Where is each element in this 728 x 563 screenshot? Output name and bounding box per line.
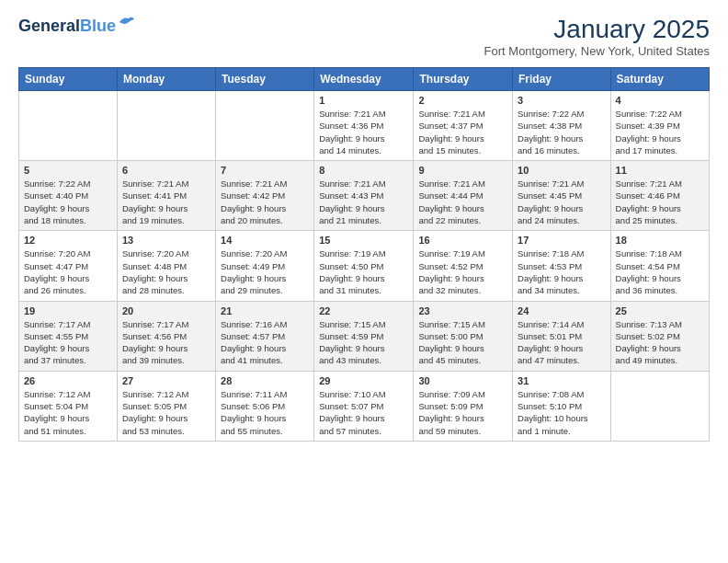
page: GeneralBlue January 2025 Fort Montgomery… — [0, 0, 728, 456]
day-info: Sunrise: 7:21 AM Sunset: 4:41 PM Dayligh… — [122, 178, 210, 226]
day-info: Sunrise: 7:13 AM Sunset: 5:02 PM Dayligh… — [616, 318, 704, 367]
col-header-saturday: Saturday — [610, 68, 709, 91]
calendar-cell: 19Sunrise: 7:17 AM Sunset: 4:55 PM Dayli… — [19, 301, 118, 371]
calendar-cell: 27Sunrise: 7:12 AM Sunset: 5:05 PM Dayli… — [117, 371, 215, 441]
day-number: 11 — [616, 165, 704, 176]
day-number: 6 — [122, 165, 210, 176]
day-info: Sunrise: 7:18 AM Sunset: 4:53 PM Dayligh… — [518, 247, 606, 296]
calendar-cell — [216, 91, 314, 161]
calendar-cell: 2Sunrise: 7:21 AM Sunset: 4:37 PM Daylig… — [414, 91, 513, 161]
col-header-tuesday: Tuesday — [216, 68, 314, 91]
day-number: 20 — [122, 305, 210, 316]
day-number: 2 — [418, 95, 507, 106]
day-info: Sunrise: 7:21 AM Sunset: 4:36 PM Dayligh… — [319, 108, 408, 156]
day-info: Sunrise: 7:21 AM Sunset: 4:37 PM Dayligh… — [418, 108, 507, 156]
day-info: Sunrise: 7:20 AM Sunset: 4:47 PM Dayligh… — [24, 247, 112, 296]
day-info: Sunrise: 7:09 AM Sunset: 5:09 PM Dayligh… — [418, 388, 507, 437]
day-number: 1 — [319, 95, 408, 106]
calendar-cell: 16Sunrise: 7:19 AM Sunset: 4:52 PM Dayli… — [414, 231, 513, 301]
calendar-cell: 24Sunrise: 7:14 AM Sunset: 5:01 PM Dayli… — [513, 301, 611, 371]
day-number: 8 — [319, 165, 408, 176]
calendar-cell: 10Sunrise: 7:21 AM Sunset: 4:45 PM Dayli… — [513, 161, 611, 231]
day-info: Sunrise: 7:19 AM Sunset: 4:50 PM Dayligh… — [319, 247, 408, 296]
day-number: 7 — [221, 165, 309, 176]
calendar: SundayMondayTuesdayWednesdayThursdayFrid… — [18, 67, 710, 442]
day-number: 28 — [221, 375, 309, 386]
day-info: Sunrise: 7:10 AM Sunset: 5:07 PM Dayligh… — [319, 388, 408, 437]
day-number: 26 — [24, 375, 112, 386]
calendar-cell: 13Sunrise: 7:20 AM Sunset: 4:48 PM Dayli… — [117, 231, 215, 301]
day-number: 9 — [418, 165, 507, 176]
calendar-cell: 1Sunrise: 7:21 AM Sunset: 4:36 PM Daylig… — [314, 91, 414, 161]
col-header-friday: Friday — [513, 68, 611, 91]
day-info: Sunrise: 7:20 AM Sunset: 4:48 PM Dayligh… — [122, 247, 210, 296]
title-area: January 2025 Fort Montgomery, New York, … — [484, 15, 710, 58]
calendar-cell: 9Sunrise: 7:21 AM Sunset: 4:44 PM Daylig… — [414, 161, 513, 231]
calendar-cell: 29Sunrise: 7:10 AM Sunset: 5:07 PM Dayli… — [314, 371, 414, 441]
day-info: Sunrise: 7:08 AM Sunset: 5:10 PM Dayligh… — [518, 388, 606, 437]
calendar-cell: 7Sunrise: 7:21 AM Sunset: 4:42 PM Daylig… — [216, 161, 314, 231]
col-header-sunday: Sunday — [19, 68, 118, 91]
calendar-cell: 14Sunrise: 7:20 AM Sunset: 4:49 PM Dayli… — [216, 231, 314, 301]
calendar-cell: 4Sunrise: 7:22 AM Sunset: 4:39 PM Daylig… — [610, 91, 709, 161]
calendar-cell: 21Sunrise: 7:16 AM Sunset: 4:57 PM Dayli… — [216, 301, 314, 371]
day-info: Sunrise: 7:16 AM Sunset: 4:57 PM Dayligh… — [221, 318, 309, 367]
calendar-cell: 12Sunrise: 7:20 AM Sunset: 4:47 PM Dayli… — [19, 231, 118, 301]
day-number: 21 — [221, 305, 309, 316]
day-info: Sunrise: 7:17 AM Sunset: 4:56 PM Dayligh… — [122, 318, 210, 367]
month-title: January 2025 — [484, 15, 710, 44]
calendar-cell: 25Sunrise: 7:13 AM Sunset: 5:02 PM Dayli… — [610, 301, 709, 371]
day-number: 31 — [518, 375, 606, 386]
col-header-monday: Monday — [117, 68, 215, 91]
day-info: Sunrise: 7:21 AM Sunset: 4:42 PM Dayligh… — [221, 178, 309, 226]
day-number: 22 — [319, 305, 408, 316]
logo: GeneralBlue — [18, 15, 136, 37]
day-number: 5 — [24, 165, 112, 176]
calendar-cell: 17Sunrise: 7:18 AM Sunset: 4:53 PM Dayli… — [513, 231, 611, 301]
day-number: 14 — [221, 235, 309, 246]
day-info: Sunrise: 7:21 AM Sunset: 4:45 PM Dayligh… — [518, 178, 606, 226]
day-info: Sunrise: 7:19 AM Sunset: 4:52 PM Dayligh… — [418, 247, 507, 296]
calendar-week-row: 19Sunrise: 7:17 AM Sunset: 4:55 PM Dayli… — [19, 301, 710, 371]
day-number: 15 — [319, 235, 408, 246]
calendar-cell: 22Sunrise: 7:15 AM Sunset: 4:59 PM Dayli… — [314, 301, 414, 371]
calendar-cell — [610, 371, 709, 441]
calendar-cell: 30Sunrise: 7:09 AM Sunset: 5:09 PM Dayli… — [414, 371, 513, 441]
day-number: 18 — [616, 235, 704, 246]
header: GeneralBlue January 2025 Fort Montgomery… — [18, 15, 710, 58]
logo-text: GeneralBlue — [18, 17, 116, 34]
day-number: 12 — [24, 235, 112, 246]
day-info: Sunrise: 7:12 AM Sunset: 5:04 PM Dayligh… — [24, 388, 112, 437]
day-info: Sunrise: 7:21 AM Sunset: 4:44 PM Dayligh… — [418, 178, 507, 226]
calendar-cell: 6Sunrise: 7:21 AM Sunset: 4:41 PM Daylig… — [117, 161, 215, 231]
day-number: 19 — [24, 305, 112, 316]
calendar-cell — [117, 91, 215, 161]
day-info: Sunrise: 7:20 AM Sunset: 4:49 PM Dayligh… — [221, 247, 309, 296]
logo-bird-icon — [118, 15, 136, 29]
calendar-week-row: 26Sunrise: 7:12 AM Sunset: 5:04 PM Dayli… — [19, 371, 710, 441]
calendar-cell: 8Sunrise: 7:21 AM Sunset: 4:43 PM Daylig… — [314, 161, 414, 231]
calendar-cell: 26Sunrise: 7:12 AM Sunset: 5:04 PM Dayli… — [19, 371, 118, 441]
day-number: 24 — [518, 305, 606, 316]
day-number: 23 — [418, 305, 507, 316]
day-info: Sunrise: 7:17 AM Sunset: 4:55 PM Dayligh… — [24, 318, 112, 367]
calendar-week-row: 1Sunrise: 7:21 AM Sunset: 4:36 PM Daylig… — [19, 91, 710, 161]
calendar-cell: 5Sunrise: 7:22 AM Sunset: 4:40 PM Daylig… — [19, 161, 118, 231]
day-info: Sunrise: 7:18 AM Sunset: 4:54 PM Dayligh… — [616, 247, 704, 296]
day-number: 25 — [616, 305, 704, 316]
day-info: Sunrise: 7:14 AM Sunset: 5:01 PM Dayligh… — [518, 318, 606, 367]
location: Fort Montgomery, New York, United States — [484, 44, 710, 58]
day-info: Sunrise: 7:12 AM Sunset: 5:05 PM Dayligh… — [122, 388, 210, 437]
day-info: Sunrise: 7:15 AM Sunset: 5:00 PM Dayligh… — [418, 318, 507, 367]
day-number: 16 — [418, 235, 507, 246]
day-number: 29 — [319, 375, 408, 386]
calendar-cell — [19, 91, 118, 161]
day-info: Sunrise: 7:22 AM Sunset: 4:38 PM Dayligh… — [518, 108, 606, 156]
calendar-header-row: SundayMondayTuesdayWednesdayThursdayFrid… — [19, 68, 710, 91]
calendar-cell: 28Sunrise: 7:11 AM Sunset: 5:06 PM Dayli… — [216, 371, 314, 441]
day-number: 17 — [518, 235, 606, 246]
calendar-cell: 11Sunrise: 7:21 AM Sunset: 4:46 PM Dayli… — [610, 161, 709, 231]
day-info: Sunrise: 7:11 AM Sunset: 5:06 PM Dayligh… — [221, 388, 309, 437]
calendar-cell: 20Sunrise: 7:17 AM Sunset: 4:56 PM Dayli… — [117, 301, 215, 371]
day-info: Sunrise: 7:21 AM Sunset: 4:43 PM Dayligh… — [319, 178, 408, 226]
